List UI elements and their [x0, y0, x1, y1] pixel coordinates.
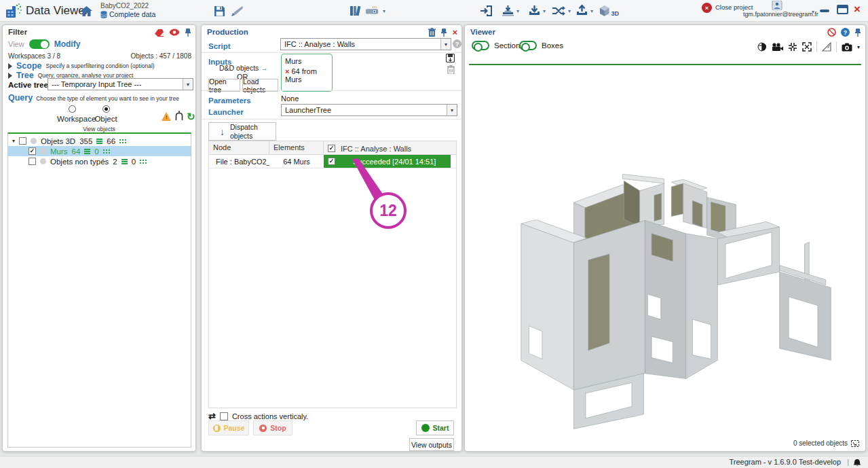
active-tree-label: Active tree	[8, 81, 48, 89]
screenshot-icon[interactable]	[842, 43, 852, 52]
warning-icon[interactable]: !	[162, 112, 172, 121]
start-icon	[421, 424, 430, 432]
filter-panel-title: Filter	[8, 28, 27, 36]
expand-icon[interactable]	[802, 42, 812, 52]
view-outputs-button[interactable]: View outputs	[409, 438, 454, 451]
row-elements-cell[interactable]: 64 Murs	[269, 155, 324, 168]
stop-button[interactable]: Stop	[253, 420, 293, 435]
stamp-caret-icon[interactable]: ▾	[514, 3, 521, 18]
pin-icon[interactable]	[185, 28, 191, 37]
fork-icon[interactable]	[174, 111, 184, 121]
row-checkbox[interactable]: ✓	[328, 158, 335, 165]
tree-row-objets-3d[interactable]: ▾ Objets 3D 355 66	[8, 136, 191, 146]
section-toggle[interactable]: Section	[472, 41, 520, 50]
radio-workspace[interactable]: Workspace	[57, 105, 88, 123]
upload-icon[interactable]	[574, 3, 589, 18]
save-inputs-icon[interactable]	[446, 54, 455, 62]
cube-3d-icon[interactable]: 3D	[599, 3, 619, 18]
zoom-fit-icon[interactable]	[788, 42, 797, 52]
cross-actions-checkbox[interactable]	[220, 412, 228, 420]
boxes-toggle-switch[interactable]	[519, 41, 537, 50]
objects-tree[interactable]: ▾ Objets 3D 355 66 ✓ Murs 64 0 Objets no…	[7, 132, 191, 448]
import-icon[interactable]	[478, 3, 493, 18]
shuffle-caret-icon[interactable]: ▾	[566, 3, 573, 18]
screenshot-caret-icon[interactable]: ▾	[857, 44, 860, 50]
shuffle-icon[interactable]	[551, 3, 566, 18]
window-close-button[interactable]: ×	[854, 3, 861, 16]
eye-icon[interactable]	[169, 29, 180, 36]
clear-inputs-icon[interactable]	[447, 65, 455, 74]
viewer-panel-title: Viewer	[470, 28, 495, 36]
launcher-caret-icon: ▾	[447, 105, 457, 115]
help-icon[interactable]: ?	[841, 28, 850, 37]
dispatch-table[interactable]: Node Elements ✓ IFC :: Analyse : Walls F…	[208, 141, 457, 408]
launcher-select[interactable]: LauncherTree ▾	[281, 104, 457, 116]
dispatch-objects-button[interactable]: ↓ Dispatch objects	[208, 122, 276, 141]
start-button[interactable]: Start	[416, 420, 454, 435]
col-header-script[interactable]: ✓ IFC :: Analyse : Walls	[324, 141, 456, 154]
download-icon[interactable]	[527, 3, 542, 18]
projector-icon[interactable]	[365, 3, 380, 18]
objets-non-types-checkbox[interactable]	[29, 158, 36, 165]
selection-box-icon[interactable]	[850, 439, 860, 448]
home-icon[interactable]	[79, 3, 94, 18]
minimize-button[interactable]	[820, 10, 829, 12]
upload-caret-icon[interactable]: ▾	[588, 3, 595, 18]
library-icon[interactable]	[347, 3, 362, 18]
visibility-dot-icon[interactable]	[40, 158, 46, 164]
tree-row-objets-non-types[interactable]: Objets non typés 2 0	[8, 156, 191, 166]
script-help-icon[interactable]: ?	[453, 39, 461, 48]
grid-count-icon	[119, 139, 121, 141]
solid-view-icon[interactable]	[757, 42, 767, 52]
pin-icon[interactable]	[440, 28, 447, 37]
row-disclosure-icon[interactable]: ▾	[12, 138, 15, 144]
measure-icon[interactable]	[822, 42, 831, 52]
production-panel-title: Production	[207, 28, 248, 36]
user-avatar-icon	[772, 1, 782, 10]
download-caret-icon[interactable]: ▾	[541, 3, 548, 18]
user-caret-icon[interactable]: ▾	[810, 4, 816, 19]
scope-label: Scope	[16, 61, 42, 71]
boxes-toggle[interactable]: Boxes	[519, 41, 563, 50]
save-icon[interactable]	[212, 3, 227, 18]
eraser-icon[interactable]	[154, 29, 164, 37]
active-tree-select[interactable]: --- Temporary Input Tree --- ▾	[48, 78, 193, 90]
remove-input-icon[interactable]: ×	[285, 67, 289, 75]
no-sign-icon[interactable]	[827, 28, 836, 37]
project-subtitle[interactable]: Complete data	[100, 10, 155, 18]
close-panel-icon[interactable]: ×	[452, 29, 457, 37]
camera-view-icon[interactable]	[772, 43, 783, 52]
scope-hint: Specify a superfiltering condition (opti…	[46, 62, 155, 69]
row-node-cell[interactable]: File : BabyCO2_2022	[209, 155, 269, 168]
input-objects-box[interactable]: Murs × 64 from Murs	[281, 54, 333, 92]
section-toggle-switch[interactable]	[472, 41, 489, 50]
script-label: Script	[208, 42, 231, 50]
visibility-dot-icon[interactable]	[40, 148, 46, 154]
maximize-button[interactable]	[837, 5, 848, 14]
production-panel: Production × Script IFC :: Analyse : Wal…	[201, 24, 462, 452]
col-header-elements[interactable]: Elements	[269, 141, 324, 154]
murs-checkbox[interactable]: ✓	[29, 147, 36, 155]
user-menu[interactable]: tgm.fpatonnier@treegram.fr	[743, 1, 811, 18]
tree-row-murs[interactable]: ✓ Murs 64 0	[8, 146, 191, 156]
dnd-objects-label: D&D objects →	[219, 64, 268, 72]
pause-button[interactable]: ▐▌ Pause	[208, 420, 249, 435]
refresh-icon[interactable]: ↻	[187, 112, 195, 121]
trash-icon[interactable]	[428, 28, 436, 37]
script-column-checkbox[interactable]: ✓	[328, 145, 335, 152]
script-select[interactable]: IFC :: Analyse : Walls ▾	[280, 38, 451, 50]
row-status-cell[interactable]: ✓ Succeeded [24/01 14:51]	[324, 155, 451, 168]
scope-section-header[interactable]: Scope Specify a superfiltering condition…	[8, 61, 155, 71]
col-header-node[interactable]: Node	[209, 141, 269, 154]
projector-caret-icon[interactable]: ▾	[381, 3, 388, 18]
scope-disclosure-icon	[8, 63, 12, 69]
view-modify-toggle[interactable]	[29, 39, 50, 49]
objets-3d-checkbox[interactable]	[19, 137, 26, 145]
brush-icon[interactable]	[229, 3, 244, 18]
visibility-dot-icon[interactable]	[31, 138, 37, 144]
stamp-down-icon[interactable]	[500, 3, 515, 18]
pin-icon[interactable]	[854, 28, 861, 37]
radio-object[interactable]: Object	[92, 105, 119, 123]
3d-model[interactable]	[474, 161, 858, 438]
bell-icon[interactable]	[853, 458, 861, 467]
